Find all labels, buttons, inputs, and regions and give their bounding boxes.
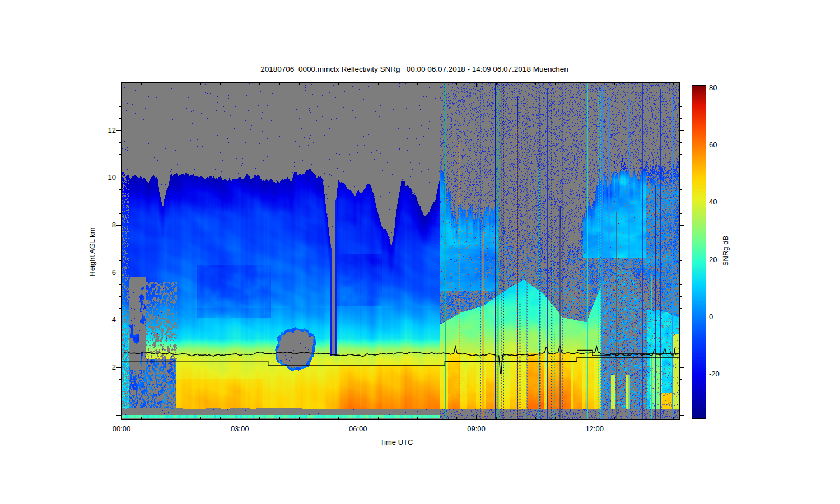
y-axis-tick-right [680, 189, 682, 190]
y-axis-tick-right [680, 166, 682, 166]
y-axis-tick-right [680, 367, 684, 368]
chart-title: 20180706_0000.mmclx Reflectivity SNRg 00… [134, 65, 694, 73]
x-tick-label: 06:00 [341, 424, 375, 433]
y-axis-tick-right [680, 142, 682, 143]
y-axis-tick-right [680, 344, 682, 344]
y-axis-tick [119, 260, 121, 261]
y-axis-tick [119, 237, 121, 237]
y-axis-tick-right [680, 202, 682, 202]
y-axis-tick-right [680, 332, 682, 332]
y-axis-tick [119, 213, 121, 214]
y-tick-label: 8 [88, 221, 116, 230]
y-axis-tick-right [680, 249, 682, 249]
colorbar [692, 85, 706, 419]
y-axis-tick-right [680, 391, 682, 391]
colorbar-tick-label: 60 [709, 141, 735, 150]
y-axis-tick [116, 415, 121, 416]
y-axis-tick [119, 332, 121, 332]
y-axis-tick [119, 142, 121, 143]
y-axis-tick-right [680, 296, 682, 297]
y-axis-tick [119, 296, 121, 297]
y-tick-label: 12 [88, 126, 116, 135]
y-axis-tick-right [680, 320, 684, 320]
y-axis-tick-right [680, 154, 682, 155]
y-axis-tick [116, 83, 121, 83]
y-axis-tick [119, 106, 121, 107]
x-tick-label: 00:00 [105, 424, 138, 433]
y-tick-label: 6 [88, 268, 116, 277]
y-axis-tick [119, 308, 121, 309]
heatmap-canvas [122, 83, 679, 419]
y-axis-tick-right [680, 130, 684, 131]
y-axis-tick-right [680, 403, 682, 403]
x-tick-label: 12:00 [578, 424, 612, 433]
y-axis-tick [119, 118, 121, 119]
y-axis-tick-right [680, 260, 682, 261]
figure-page: { "chart_data": { "type": "heatmap", "ti… [0, 0, 840, 504]
y-axis-tick [119, 189, 121, 190]
y-axis-tick [119, 403, 121, 403]
colorbar-tick-label: 0 [709, 312, 735, 321]
y-axis-tick [116, 367, 121, 368]
y-axis-tick [119, 284, 121, 285]
x-axis-title: Time UTC [368, 438, 424, 446]
y-axis-tick [116, 320, 121, 320]
y-axis-tick-right [680, 415, 684, 416]
y-axis-tick [116, 130, 121, 131]
y-axis-tick-right [680, 118, 682, 119]
y-axis-tick-right [680, 284, 682, 285]
y-axis-tick [119, 249, 121, 249]
y-axis-tick-right [680, 213, 682, 214]
y-axis-tick-right [680, 356, 682, 356]
y-axis-tick [119, 202, 121, 202]
y-axis-tick-right [680, 95, 682, 95]
y-axis-tick [116, 178, 121, 178]
y-axis-tick [119, 356, 121, 356]
y-axis-tick [119, 154, 121, 155]
colorbar-tick-label: 20 [709, 255, 735, 264]
y-axis-tick-right [680, 225, 684, 226]
y-tick-label: 2 [88, 363, 116, 372]
colorbar-title: SNRg dB [721, 231, 731, 270]
y-axis-tick [119, 379, 121, 380]
colorbar-tick-label: 80 [709, 83, 735, 92]
y-axis-tick [119, 391, 121, 391]
y-axis-tick [119, 95, 121, 95]
y-axis-tick-right [680, 237, 682, 237]
colorbar-tick-label: -20 [709, 370, 735, 379]
x-tick-label: 09:00 [459, 424, 493, 433]
plot-area [121, 82, 680, 420]
y-axis-tick-right [680, 106, 682, 107]
y-tick-label: 10 [88, 173, 116, 182]
y-axis-tick [119, 166, 121, 166]
y-axis-tick [116, 225, 121, 226]
y-axis-tick-right [680, 379, 682, 380]
y-axis-tick-right [680, 178, 684, 178]
colorbar-tick-label: 40 [709, 198, 735, 207]
y-axis-tick-right [680, 273, 684, 273]
y-axis-tick [119, 344, 121, 344]
y-tick-label: 4 [88, 315, 116, 324]
y-axis-tick-right [680, 308, 682, 309]
x-tick-label: 03:00 [223, 424, 256, 433]
y-axis-tick-right [680, 83, 684, 83]
y-axis-tick [116, 273, 121, 273]
